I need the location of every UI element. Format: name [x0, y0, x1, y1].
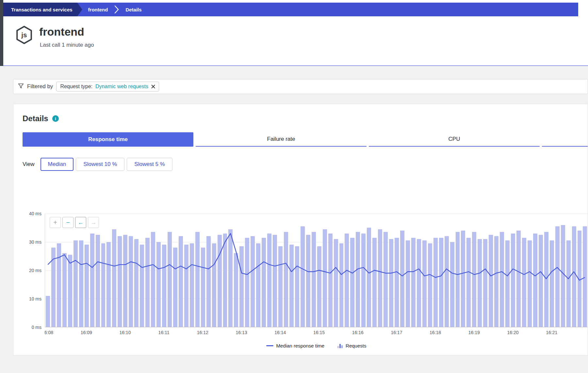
nav-edge-strip — [0, 0, 3, 66]
x-axis-label: 16:21 — [546, 330, 557, 335]
filter-chip-request-type[interactable]: Request type: Dynamic web requests — [56, 82, 159, 91]
chart-controls: + − ← → — [50, 217, 99, 228]
filter-chip-key: Request type: — [60, 84, 92, 89]
legend-label: Median response time — [276, 343, 325, 349]
bars-swatch-icon — [337, 344, 343, 348]
zoom-in-button[interactable]: + — [50, 217, 61, 228]
x-axis-label: 16:13 — [236, 330, 247, 335]
details-tabs: Response time Failure rate CPU — [23, 132, 588, 147]
tab-label: CPU — [449, 136, 460, 142]
view-label: View — [23, 161, 35, 168]
view-slowest10-button[interactable]: Slowest 10 % — [76, 158, 124, 171]
response-time-chart: 0 ms10 ms20 ms30 ms40 ms + − ← → 16:0816… — [23, 197, 588, 351]
x-axis-label: 16:19 — [468, 330, 480, 335]
filter-funnel-icon — [18, 83, 24, 90]
breadcrumb-label: Transactions and services — [11, 7, 73, 12]
service-header: js frontend Last call 1 minute ago — [3, 16, 588, 66]
median-line-layer — [45, 214, 588, 327]
page-title: frontend — [39, 25, 84, 38]
plot-area: + − ← → — [45, 214, 588, 327]
pan-left-button[interactable]: ← — [75, 217, 86, 228]
info-icon[interactable]: i — [52, 115, 59, 122]
chart-legend: Median response time Requests — [45, 343, 588, 349]
x-axis-label: 16:11 — [158, 330, 170, 335]
y-axis-label: 10 ms — [29, 296, 41, 301]
y-axis-label: 20 ms — [29, 268, 41, 273]
breadcrumb-frontend[interactable]: frontend — [82, 3, 114, 16]
median-line — [48, 234, 585, 280]
y-axis-label: 40 ms — [29, 211, 41, 216]
x-axis: 16:0816:0916:1016:1116:1216:1316:1416:15… — [45, 330, 588, 338]
x-axis-label: 16:17 — [391, 330, 402, 335]
line-swatch-icon — [266, 345, 273, 346]
x-axis-label: 16:20 — [507, 330, 519, 335]
legend-label: Requests — [346, 343, 366, 349]
filter-chip-value: Dynamic web requests — [95, 84, 148, 89]
x-axis-label: 16:18 — [430, 330, 441, 335]
x-axis-label: 16:16 — [352, 330, 364, 335]
filter-bar: Filtered by Request type: Dynamic web re… — [13, 79, 588, 94]
x-axis-label: 16:14 — [274, 330, 286, 335]
chevron-right-icon — [114, 3, 120, 16]
tab-partial[interactable] — [542, 132, 588, 147]
y-axis-label: 0 ms — [32, 325, 41, 330]
legend-median-response-time: Median response time — [266, 343, 325, 349]
x-axis-label: 16:09 — [81, 330, 92, 335]
details-title-row: Details i — [23, 114, 59, 123]
y-axis: 0 ms10 ms20 ms30 ms40 ms — [23, 214, 41, 327]
y-axis-label: 30 ms — [29, 239, 41, 245]
breadcrumb-label: frontend — [88, 7, 108, 12]
x-axis-label: 16 — [587, 330, 588, 335]
view-selector: View Median Slowest 10 % Slowest 5 % — [23, 158, 172, 171]
view-button-group: Median Slowest 10 % Slowest 5 % — [41, 158, 172, 171]
view-median-button[interactable]: Median — [41, 158, 74, 171]
pan-right-button[interactable]: → — [88, 217, 99, 228]
remove-filter-icon[interactable] — [151, 85, 155, 89]
tab-response-time[interactable]: Response time — [23, 132, 193, 147]
tab-label: Response time — [88, 136, 128, 143]
view-slowest5-button[interactable]: Slowest 5 % — [127, 158, 172, 171]
legend-requests: Requests — [337, 343, 366, 349]
tab-cpu[interactable]: CPU — [369, 132, 540, 147]
breadcrumb: Transactions and services frontend Detai… — [3, 3, 578, 16]
zoom-out-button[interactable]: − — [62, 217, 74, 228]
x-axis-label: 16:12 — [197, 330, 208, 335]
last-call-status: Last call 1 minute ago — [40, 42, 94, 48]
breadcrumb-label: Details — [125, 7, 141, 12]
svg-text:js: js — [21, 31, 27, 39]
tab-label: Failure rate — [267, 136, 295, 142]
tab-failure-rate[interactable]: Failure rate — [196, 132, 367, 147]
x-axis-label: 16:10 — [119, 330, 131, 335]
x-axis-label: 16:08 — [45, 330, 53, 335]
filter-label: Filtered by — [27, 83, 53, 90]
breadcrumb-details[interactable]: Details — [120, 3, 147, 16]
x-axis-label: 16:15 — [313, 330, 325, 335]
details-card: Details i Response time Failure rate CPU… — [13, 104, 588, 355]
nodejs-icon: js — [16, 25, 33, 46]
page-body: Filtered by Request type: Dynamic web re… — [0, 66, 588, 373]
details-title: Details — [23, 114, 48, 123]
breadcrumb-transactions-and-services[interactable]: Transactions and services — [3, 3, 82, 16]
